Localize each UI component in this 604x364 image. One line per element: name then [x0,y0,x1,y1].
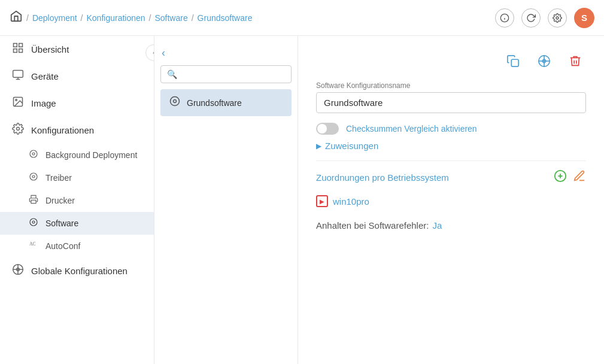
sidebar-sub-item-software-label: Software [45,219,78,228]
search-icon: 🔍 [167,69,177,79]
sidebar-item-ubersicht-label: Übersicht [31,44,69,54]
sidebar-item-background-deployment[interactable]: Background Deployment [0,144,154,166]
image-icon [12,96,24,111]
software-name-input[interactable] [316,92,586,113]
svg-point-16 [30,173,37,180]
sidebar-item-image-label: Image [31,98,56,108]
middle-panel: ‹ 🔍 Grundsoftware [154,36,298,364]
zuordnungen-add-button[interactable] [554,169,567,186]
breadcrumb-deployment[interactable]: Deployment [32,13,77,23]
svg-text:AC: AC [29,241,35,247]
svg-point-12 [16,99,17,101]
delete-button[interactable] [564,50,586,72]
sidebar-item-software[interactable]: Software [0,212,154,235]
middle-panel-header: ‹ [154,42,298,65]
back-button[interactable]: ‹ [162,47,165,59]
sidebar-sub-item-treiber-label: Treiber [45,173,72,183]
svg-rect-6 [14,49,17,53]
svg-point-3 [556,17,559,19]
sidebar-item-gerate[interactable]: Geräte [0,63,154,90]
sidebar-item-konfigurationen[interactable]: Konfigurationen [0,117,154,144]
error-stop-row: Anhalten bei Softwarefehler: Ja [316,220,586,230]
zuweisungen-section[interactable]: ▶ Zuweisungen [316,141,586,151]
svg-rect-4 [14,44,17,47]
svg-point-13 [17,128,20,131]
breadcrumb-konfigurationen[interactable]: Konfigurationen [86,13,145,23]
sidebar-item-treiber[interactable]: Treiber [0,166,154,189]
software-icon [29,217,38,229]
zuweisungen-label: Zuweisungen [325,141,378,151]
sidebar-item-gerate-label: Geräte [31,71,59,81]
breadcrumb-software[interactable]: Software [154,13,187,23]
sidebar-item-globale-label: Globale Konfigurationen [31,266,128,276]
settings-button[interactable] [548,8,567,28]
config-item-icon [169,95,181,110]
info-button[interactable] [495,8,514,28]
os-entry-win10pro: ▶ win10pro [316,192,586,211]
breadcrumb: / Deployment / Konfigurationen / Softwar… [10,10,252,26]
sidebar-sub-item-autoconf-label: AutoConf [45,241,80,251]
svg-rect-27 [511,59,518,66]
zuordnungen-title: Zuordnungen pro Betriebssystem [316,172,449,183]
detail-top-actions [316,50,586,72]
breadcrumb-current: Grundsoftware [198,13,253,23]
os-expand-button[interactable]: ▶ [316,195,328,207]
svg-rect-5 [19,44,23,47]
svg-point-17 [32,175,35,178]
treiber-icon [29,172,38,184]
main-layout: ‹ Übersicht Geräte Image [0,36,604,364]
svg-point-26 [174,100,177,103]
svg-rect-18 [31,200,36,203]
refresh-button[interactable] [521,8,541,28]
sidebar-sub-item-background-deployment-label: Background Deployment [45,150,137,160]
user-avatar[interactable]: S [574,8,594,28]
config-list-item-grundsoftware[interactable]: Grundsoftware [160,89,292,116]
breadcrumb-sep-3: / [149,13,151,23]
svg-rect-7 [19,49,23,53]
zuordnungen-actions [554,169,586,186]
sidebar-item-image[interactable]: Image [0,90,154,117]
header-actions: S [495,8,594,28]
checksummen-label: Checksummen Vergleich aktivieren [346,124,477,134]
error-stop-label: Anhalten bei Softwarefehler: [316,220,429,230]
breadcrumb-sep-1: / [26,13,29,23]
copy-button[interactable] [502,50,524,72]
toggle-knob [317,124,327,134]
gerate-icon [12,69,24,84]
svg-point-25 [171,97,180,106]
search-input[interactable] [181,69,285,79]
field-label: Software Konfigurationsname [316,81,586,90]
breadcrumb-sep-2: / [81,13,83,23]
os-name-label: win10pro [333,196,369,207]
app-header: / Deployment / Konfigurationen / Softwar… [0,0,604,36]
sidebar-sub-item-drucker-label: Drucker [45,196,75,205]
search-box: 🔍 [160,65,292,83]
checksummen-toggle[interactable] [316,123,339,135]
globale-icon [12,263,24,278]
checksummen-toggle-row: Checksummen Vergleich aktivieren [316,123,586,135]
svg-point-20 [32,221,35,223]
svg-rect-8 [13,71,23,78]
sidebar-item-drucker[interactable]: Drucker [0,189,154,212]
svg-point-19 [30,219,37,226]
sidebar-item-globale[interactable]: Globale Konfigurationen [0,257,154,284]
konfigurationen-icon [12,123,24,138]
error-stop-value: Ja [432,220,442,230]
zuordnungen-edit-button[interactable] [573,169,586,186]
sidebar-item-ubersicht[interactable]: Übersicht [0,36,154,63]
config-item-label: Grundsoftware [187,98,242,108]
ubersicht-icon [12,42,24,57]
zuweisungen-arrow-icon: ▶ [316,142,321,150]
sidebar: ‹ Übersicht Geräte Image [0,36,154,364]
zuordnungen-header: Zuordnungen pro Betriebssystem [316,160,586,186]
sidebar-item-autoconf[interactable]: AC AutoConf [0,235,154,257]
autoconf-icon: AC [29,240,38,252]
detail-panel: Software Konfigurationsname Checksummen … [298,36,604,364]
background-deployment-icon [29,149,38,161]
breadcrumb-sep-4: / [192,13,194,23]
svg-point-14 [30,150,37,157]
svg-point-15 [32,153,35,155]
sidebar-item-konfigurationen-label: Konfigurationen [31,125,94,135]
cd-button[interactable] [533,50,555,72]
home-icon[interactable] [10,10,23,26]
